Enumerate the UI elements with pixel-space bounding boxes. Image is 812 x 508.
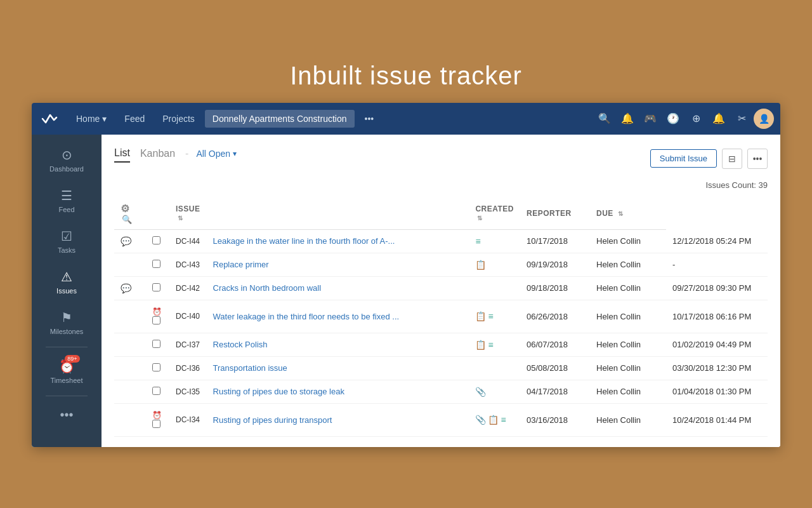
row-checkbox-cell[interactable] bbox=[146, 380, 169, 403]
nav-project-tab[interactable]: Donnelly Apartments Construction bbox=[205, 110, 355, 128]
milestones-icon: ⚑ bbox=[61, 310, 72, 325]
row-tags-cell bbox=[469, 356, 520, 380]
row-checkbox[interactable] bbox=[152, 340, 160, 348]
row-icon-cell bbox=[114, 356, 146, 380]
row-checkbox[interactable] bbox=[152, 363, 160, 371]
issue-link[interactable]: Leakage in the water line in the fourth … bbox=[213, 236, 395, 246]
tab-kanban[interactable]: Kanban bbox=[140, 145, 175, 162]
row-due: 10/24/2018 01:44 PM bbox=[666, 403, 768, 436]
row-checkbox-cell[interactable] bbox=[146, 229, 169, 253]
avatar[interactable]: 👤 bbox=[754, 109, 774, 129]
notification-bell-icon[interactable]: 🔔 bbox=[617, 108, 638, 130]
row-tags-cell: 📋≡ bbox=[469, 300, 520, 333]
search-icon[interactable]: 🔍 bbox=[594, 108, 615, 130]
row-due: 09/27/2018 09:30 PM bbox=[666, 276, 768, 300]
row-checkbox-cell[interactable] bbox=[146, 356, 169, 380]
sidebar-item-timesheet[interactable]: ⏰ 89+ Timesheet bbox=[38, 352, 95, 391]
nav-logo[interactable] bbox=[38, 107, 61, 130]
row-icon-cell bbox=[114, 333, 146, 356]
nav-home[interactable]: Home ▾ bbox=[69, 110, 114, 128]
row-id: DC-I36 bbox=[169, 356, 207, 380]
row-reporter: Helen Collin bbox=[590, 356, 666, 380]
issue-link[interactable]: Rusting of pipes during transport bbox=[213, 415, 332, 425]
row-checkbox[interactable] bbox=[152, 236, 160, 244]
row-checkbox[interactable] bbox=[152, 283, 160, 291]
row-id: DC-I35 bbox=[169, 380, 207, 403]
row-checkbox-cell[interactable] bbox=[146, 253, 169, 276]
table-row: DC-I35 Rusting of pipes due to storage l… bbox=[114, 380, 768, 403]
row-tags-cell: 📎 bbox=[469, 380, 520, 403]
row-created: 03/16/2018 bbox=[520, 403, 590, 436]
table-row: ⏰ DC-I40 Water leakage in the third floo… bbox=[114, 300, 768, 333]
clock-nav-icon[interactable]: 🕐 bbox=[662, 108, 684, 130]
add-icon[interactable]: ⊕ bbox=[685, 108, 707, 130]
sidebar-divider-2 bbox=[46, 396, 88, 396]
row-checkbox-cell[interactable] bbox=[146, 276, 169, 300]
clipboard-tag-icon: 📋 bbox=[475, 260, 486, 270]
row-issue-cell: Rusting of pipes due to storage leak bbox=[207, 380, 469, 403]
content-area: List Kanban - All Open ▾ Submit Issue bbox=[102, 135, 780, 447]
row-id: DC-I44 bbox=[169, 229, 207, 253]
filter-arrow-icon: ▾ bbox=[233, 149, 237, 158]
lines-tag-icon: ≡ bbox=[488, 340, 493, 350]
row-issue-cell: Water leakage in the third floor needs t… bbox=[207, 300, 469, 333]
sidebar-item-dashboard[interactable]: ⊙ Dashboard bbox=[38, 141, 95, 179]
row-checkbox-cell[interactable] bbox=[146, 333, 169, 356]
feed-icon: ☰ bbox=[61, 188, 72, 203]
sidebar-item-tasks[interactable]: ☑ Tasks bbox=[38, 222, 95, 260]
row-id: DC-I42 bbox=[169, 276, 207, 300]
tab-list[interactable]: List bbox=[114, 145, 130, 163]
row-tags-cell: ≡ bbox=[469, 229, 520, 253]
lines-tag-icon: ≡ bbox=[475, 236, 480, 246]
settings-icon[interactable]: ✂ bbox=[731, 108, 752, 130]
row-due: 12/12/2018 05:24 PM bbox=[666, 229, 768, 253]
nav-projects[interactable]: Projects bbox=[155, 110, 202, 128]
row-id: DC-I37 bbox=[169, 333, 207, 356]
row-checkbox[interactable] bbox=[152, 316, 160, 324]
table-row: ⏰ DC-I34 Rusting of pipes during transpo… bbox=[114, 403, 768, 436]
row-issue-cell: Restock Polish bbox=[207, 333, 469, 356]
row-checkbox-cell[interactable]: ⏰ bbox=[146, 403, 169, 436]
sidebar-more[interactable]: ••• bbox=[38, 401, 95, 429]
view-tabs: List Kanban - All Open ▾ bbox=[114, 145, 237, 163]
issue-link[interactable]: Rusting of pipes due to storage leak bbox=[213, 387, 344, 396]
row-icon-cell bbox=[114, 253, 146, 276]
row-reporter: Helen Collin bbox=[590, 403, 666, 436]
filter-icon-button[interactable]: ⊟ bbox=[722, 149, 742, 169]
issue-link[interactable]: Transportation issue bbox=[213, 363, 287, 373]
th-created: CREATED ⇅ bbox=[469, 197, 520, 230]
more-options-button[interactable]: ••• bbox=[747, 149, 768, 169]
table-row: DC-I36 Transportation issue 05/08/2018 H… bbox=[114, 356, 768, 380]
row-checkbox-cell[interactable]: ⏰ bbox=[146, 300, 169, 333]
alert-icon[interactable]: 🔔 bbox=[708, 108, 730, 130]
sort-created-icon: ⇅ bbox=[477, 215, 483, 222]
row-id: DC-I43 bbox=[169, 253, 207, 276]
row-tags-cell: 📎📋≡ bbox=[469, 403, 520, 436]
dashboard-icon: ⊙ bbox=[62, 147, 72, 163]
issues-count: Issues Count: 39 bbox=[114, 180, 768, 190]
sidebar-item-feed[interactable]: ☰ Feed bbox=[38, 182, 95, 220]
nav-icons: 🔍 🔔 🎮 🕐 ⊕ 🔔 ✂ 👤 bbox=[594, 108, 774, 130]
issue-link[interactable]: Restock Polish bbox=[213, 340, 268, 349]
row-icon-cell bbox=[114, 380, 146, 403]
submit-issue-button[interactable]: Submit Issue bbox=[650, 149, 717, 168]
page-title: Inbuilt issue tracker bbox=[32, 62, 780, 90]
row-checkbox[interactable] bbox=[152, 387, 160, 395]
issue-link[interactable]: Cracks in North bedroom wall bbox=[213, 283, 322, 293]
nav-feed[interactable]: Feed bbox=[117, 110, 152, 128]
issue-link[interactable]: Water leakage in the third floor needs t… bbox=[213, 312, 400, 321]
game-icon[interactable]: 🎮 bbox=[639, 108, 661, 130]
row-checkbox[interactable] bbox=[152, 420, 160, 428]
sidebar-item-issues[interactable]: ⚠ Issues bbox=[38, 263, 95, 301]
row-reporter: Helen Collin bbox=[590, 253, 666, 276]
nav-more[interactable]: ••• bbox=[357, 110, 382, 128]
sidebar-item-milestones[interactable]: ⚑ Milestones bbox=[38, 304, 95, 342]
filter-button[interactable]: All Open ▾ bbox=[196, 149, 237, 159]
comment-icon: 💬 bbox=[121, 283, 131, 293]
issue-link[interactable]: Replace primer bbox=[213, 260, 269, 269]
row-checkbox[interactable] bbox=[152, 260, 160, 268]
row-icon-cell: 💬 bbox=[114, 229, 146, 253]
table-row: DC-I37 Restock Polish 📋≡ 06/07/2018 Hele… bbox=[114, 333, 768, 356]
row-due: 01/04/2018 01:30 PM bbox=[666, 380, 768, 403]
row-created: 09/19/2018 bbox=[520, 253, 590, 276]
